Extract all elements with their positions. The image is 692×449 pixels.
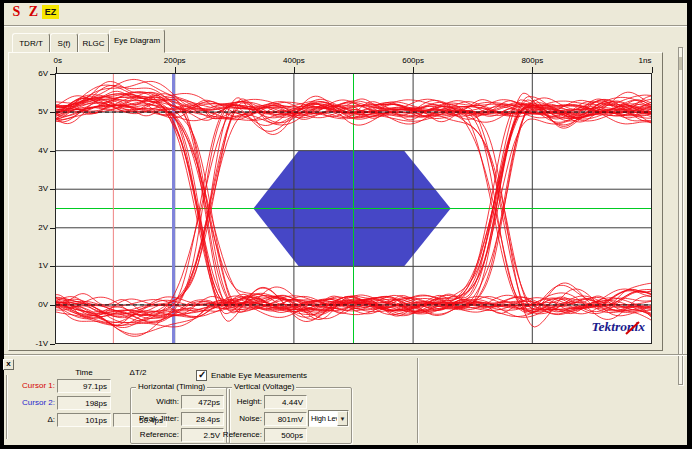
y-axis-tick [50,112,55,113]
x-axis-tick [175,67,176,73]
bottom-panel-divider [417,358,418,443]
y-axis-tick-label: 1V [20,261,48,270]
cursor2-time-field[interactable]: 198ps [57,396,111,410]
vertical-reference-field[interactable]: 500ps [264,428,307,442]
width-label: Width: [156,397,179,407]
y-axis-tick [50,266,55,267]
chevron-down-icon[interactable]: ▼ [337,411,348,426]
noise-field: 801mV [264,412,307,426]
toolbar-ez-icon[interactable]: EZ [42,5,59,19]
checkmark-icon: ✓ [198,369,206,380]
tab-label: RLGC [82,39,104,48]
time-column-header: Time [57,368,111,378]
tab-label: Eye Diagram [114,36,160,45]
enable-eye-checkbox-label: Enable Eye Measurements [211,371,307,381]
peak-jitter-field: 28.4ps [181,412,224,426]
vertical-reference-label: Reference: [223,430,262,440]
cursor1-label: Cursor 1: [22,381,55,391]
vertical-slider-thumb[interactable] [679,57,682,70]
toolbar-s-icon[interactable]: S [9,4,24,21]
noise-label: Noise: [239,414,262,424]
cursor1-time-field[interactable]: 97.1ps [57,379,111,393]
peak-jitter-label: Peak Jitter: [139,414,179,424]
vertical-voltage-title: Vertical (Voltage) [232,382,296,391]
y-axis-tick-label: 6V [20,69,48,78]
y-axis-tick [50,74,55,75]
enable-eye-checkbox[interactable]: ✓ [196,370,207,381]
tektronix-logo: Tektronix [591,319,645,334]
eye-diagram-plot[interactable]: Tektronix [55,73,652,344]
y-axis-tick [50,151,55,152]
height-field: 4.44V [264,395,307,409]
noise-level-dropdown[interactable]: High Level ▼ [308,410,349,427]
y-axis-tick-label: 2V [20,223,48,232]
x-axis-tick-label: 400ps [274,56,314,65]
y-axis-tick-label: 3V [20,184,48,193]
x-axis-tick-label: 800ps [512,56,552,65]
cursor2-label: Cursor 2: [22,398,55,408]
x-axis-tick-label: 600ps [393,56,433,65]
panel-grip[interactable] [6,375,7,439]
y-axis-tick-label: 0V [20,300,48,309]
y-axis-tick-label: -1V [20,339,48,348]
tab-eye-diagram[interactable]: Eye Diagram [109,29,165,53]
x-axis-tick [413,67,414,73]
tab-sf[interactable]: S(f) [50,33,78,53]
tab-rlgc[interactable]: RLGC [78,33,109,53]
width-field: 472ps [181,395,224,409]
application-window: S Z EZ TDR/T S(f) RLGC Eye Diagram Tektr… [0,0,692,449]
delta-time-field: 101ps [57,413,111,427]
toolbar-separator [4,25,687,26]
horizontal-timing-title: Horizontal (Timing) [136,382,207,391]
height-label: Height: [237,397,262,407]
x-axis-tick-label: 200ps [155,56,195,65]
y-axis-tick [50,344,55,345]
bottom-panel-separator [4,354,687,355]
x-axis-tick [652,67,653,73]
x-axis-tick [56,67,57,73]
y-axis-tick [50,305,55,306]
horizontal-reference-field[interactable]: 2.5V [181,428,224,442]
y-axis-tick [50,228,55,229]
horizontal-reference-label: Reference: [140,430,179,440]
delta-label: Δ: [47,415,55,425]
x-axis-tick-label: 0s [54,56,62,65]
vertical-slider-track[interactable] [678,47,683,385]
x-axis-tick [294,67,295,73]
tab-label: S(f) [58,39,71,48]
toolbar-z-icon[interactable]: Z [26,4,41,21]
y-axis-tick-label: 4V [20,146,48,155]
tab-tdrt[interactable]: TDR/T [12,33,50,53]
y-axis-tick-label: 5V [20,107,48,116]
tab-label: TDR/T [19,39,43,48]
x-axis-tick-label: 1ns [620,56,652,65]
x-axis-tick [532,67,533,73]
delta-t-half-column-header: ΔT/2 [110,368,166,378]
panel-close-button[interactable]: x [3,359,14,370]
y-axis-tick [50,189,55,190]
